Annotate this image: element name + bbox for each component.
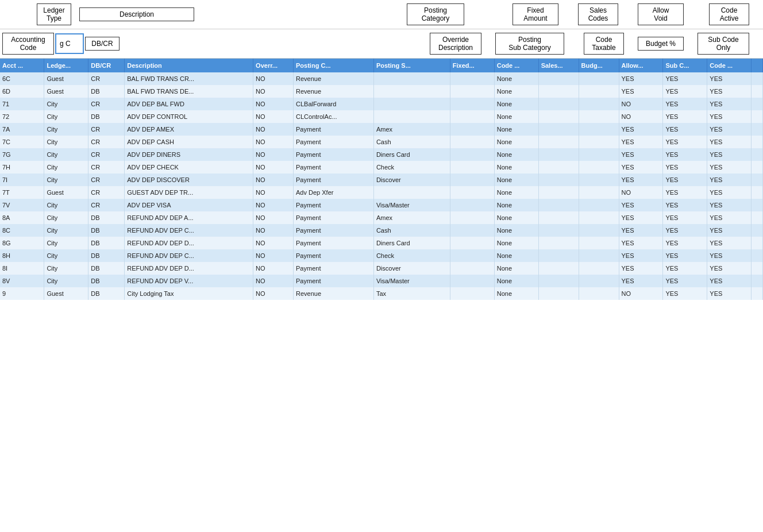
col-header-sales[interactable]: Sales... — [538, 59, 579, 72]
ledge-cell: City — [44, 148, 88, 161]
scroll-cell — [752, 249, 763, 262]
col-header-budg[interactable]: Budg... — [579, 59, 619, 72]
fixed-amount-btn[interactable]: Fixed Amount — [512, 3, 558, 25]
table-row[interactable]: 8CCityDBREFUND ADV DEP C...NOPaymentCash… — [0, 224, 763, 237]
allow-cell: NO — [619, 287, 663, 300]
codea-cell: YES — [707, 262, 752, 275]
col-header-overr[interactable]: Overr... — [253, 59, 294, 72]
table-row[interactable]: 9GuestDBCity Lodging TaxNORevenueTaxNone… — [0, 287, 763, 300]
ledge-cell: Guest — [44, 186, 88, 199]
fixed-cell — [450, 224, 494, 237]
overr-cell: NO — [253, 249, 294, 262]
acct-cell: 8C — [0, 224, 44, 237]
col-header-posts[interactable]: Posting S... — [373, 59, 450, 72]
allow-cell: YES — [619, 275, 663, 287]
col-header-codea[interactable]: Code ... — [707, 59, 752, 72]
col-header-allow[interactable]: Allow... — [619, 59, 663, 72]
code-taxable-btn[interactable]: Code Taxable — [584, 33, 624, 55]
codet-cell: None — [494, 186, 538, 199]
dbcr-cell: DB — [88, 249, 125, 262]
table-row[interactable]: 8HCityDBREFUND ADV DEP C...NOPaymentChec… — [0, 249, 763, 262]
table-row[interactable]: 8VCityDBREFUND ADV DEP V...NOPaymentVisa… — [0, 275, 763, 287]
table-row[interactable]: 7TGuestCRGUEST ADV DEP TR...NOAdv Dep Xf… — [0, 186, 763, 199]
col-header-ledge[interactable]: Ledge... — [44, 59, 88, 72]
ledge-cell: City — [44, 275, 88, 287]
desc-cell: ADV DEP BAL FWD — [125, 98, 253, 110]
allow-cell: YES — [619, 85, 663, 98]
table-row[interactable]: 71CityCRADV DEP BAL FWDNOCLBalForwardNon… — [0, 98, 763, 110]
scroll-cell — [752, 186, 763, 199]
acct-cell: 9 — [0, 287, 44, 300]
ledge-cell: City — [44, 174, 88, 186]
dbcr-cell: CR — [88, 98, 125, 110]
budg-cell — [579, 174, 619, 186]
scroll-cell — [752, 148, 763, 161]
col-header-description[interactable]: Description — [125, 59, 253, 72]
col-header-codet[interactable]: Code ... — [494, 59, 538, 72]
budget-pct-btn[interactable]: Budget % — [638, 37, 684, 51]
posts-cell — [373, 72, 450, 85]
table-row[interactable]: 7GCityCRADV DEP DINERSNOPaymentDiners Ca… — [0, 148, 763, 161]
budg-cell — [579, 224, 619, 237]
table-row[interactable]: 7ACityCRADV DEP AMEXNOPaymentAmexNoneYES… — [0, 123, 763, 136]
accounting-code-btn[interactable]: Accounting Code — [2, 33, 54, 55]
subc-cell: YES — [663, 199, 707, 211]
budg-cell — [579, 161, 619, 174]
allow-void-btn[interactable]: Allow Void — [638, 3, 684, 25]
acct-cell: 7I — [0, 174, 44, 186]
codet-cell: None — [494, 224, 538, 237]
allow-cell: YES — [619, 161, 663, 174]
col-header-fixed[interactable]: Fixed... — [450, 59, 494, 72]
col-header-subc[interactable]: Sub C... — [663, 59, 707, 72]
overr-cell: NO — [253, 211, 294, 224]
budg-cell — [579, 123, 619, 136]
allow-cell: YES — [619, 174, 663, 186]
table-row[interactable]: 7VCityCRADV DEP VISANOPaymentVisa/Master… — [0, 199, 763, 211]
table-row[interactable]: 7HCityCRADV DEP CHECKNOPaymentCheckNoneY… — [0, 161, 763, 174]
subc-cell: YES — [663, 110, 707, 123]
postc-cell: CLBalForward — [294, 98, 374, 110]
table-row[interactable]: 7CCityCRADV DEP CASHNOPaymentCashNoneYES… — [0, 136, 763, 148]
override-description-btn[interactable]: Override Description — [430, 33, 481, 55]
ledge-cell: City — [44, 136, 88, 148]
filter-input[interactable] — [55, 33, 84, 54]
accounting-codes-table-wrapper: Acct ... Ledge... DB/CR Description Over… — [0, 59, 763, 504]
sales-codes-btn[interactable]: Sales Codes — [578, 3, 618, 25]
posting-category-btn[interactable]: Posting Category — [407, 3, 464, 25]
fixed-cell — [450, 161, 494, 174]
table-row[interactable]: 8ICityDBREFUND ADV DEP D...NOPaymentDisc… — [0, 262, 763, 275]
fixed-cell — [450, 98, 494, 110]
fixed-cell — [450, 211, 494, 224]
scroll-cell — [752, 123, 763, 136]
table-row[interactable]: 8ACityDBREFUND ADV DEP A...NOPaymentAmex… — [0, 211, 763, 224]
db-cr-btn[interactable]: DB/CR — [85, 37, 120, 51]
postc-cell: Payment — [294, 174, 374, 186]
posting-sub-category-btn[interactable]: Posting Sub Category — [495, 33, 564, 55]
fixed-cell — [450, 199, 494, 211]
table-row[interactable]: 7ICityCRADV DEP DISCOVERNOPaymentDiscove… — [0, 174, 763, 186]
sub-code-only-btn[interactable]: Sub Code Only — [698, 33, 749, 55]
table-row[interactable]: 8GCityDBREFUND ADV DEP D...NOPaymentDine… — [0, 237, 763, 249]
posts-cell — [373, 186, 450, 199]
dbcr-cell: CR — [88, 148, 125, 161]
fixed-cell — [450, 237, 494, 249]
description-btn[interactable]: Description — [79, 7, 194, 21]
sales-cell — [538, 249, 579, 262]
col-header-postc[interactable]: Posting C... — [294, 59, 374, 72]
dbcr-cell: DB — [88, 237, 125, 249]
codea-cell: YES — [707, 249, 752, 262]
col-header-acct[interactable]: Acct ... — [0, 59, 44, 72]
allow-cell: YES — [619, 262, 663, 275]
table-row[interactable]: 6CGuestCRBAL FWD TRANS CR...NORevenueNon… — [0, 72, 763, 85]
fixed-cell — [450, 186, 494, 199]
codet-cell: None — [494, 72, 538, 85]
col-header-dbcr[interactable]: DB/CR — [88, 59, 125, 72]
desc-cell: BAL FWD TRANS CR... — [125, 72, 253, 85]
code-active-btn[interactable]: Code Active — [709, 3, 749, 25]
fixed-cell — [450, 85, 494, 98]
table-row[interactable]: 6DGuestDBBAL FWD TRANS DE...NORevenueNon… — [0, 85, 763, 98]
desc-cell: City Lodging Tax — [125, 287, 253, 300]
ledger-type-btn[interactable]: Ledger Type — [37, 3, 71, 25]
table-row[interactable]: 72CityDBADV DEP CONTROLNOCLControlAc...N… — [0, 110, 763, 123]
scroll-cell — [752, 224, 763, 237]
